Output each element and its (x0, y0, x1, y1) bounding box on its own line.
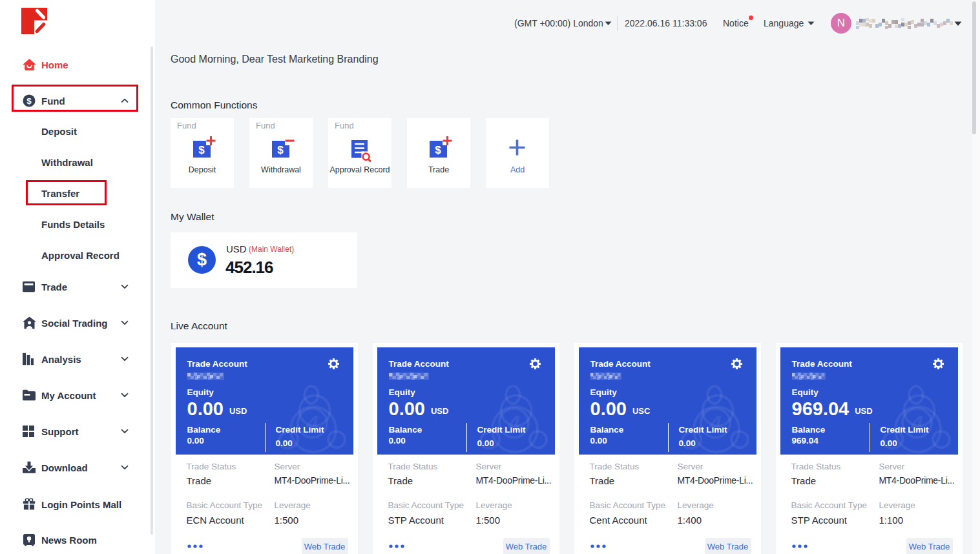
svg-text:$: $ (26, 96, 32, 106)
svg-text:$: $ (277, 144, 284, 156)
svg-text:$: $ (435, 144, 441, 156)
svg-text:$: $ (198, 144, 205, 156)
